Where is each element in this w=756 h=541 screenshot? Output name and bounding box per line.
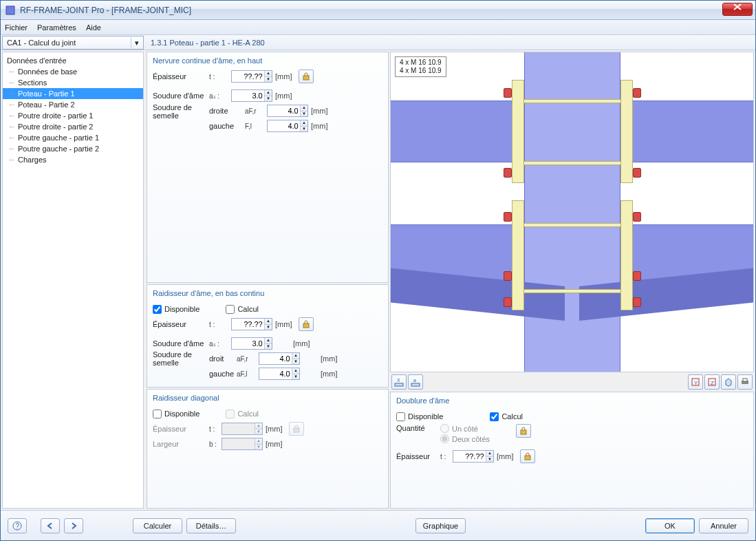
lock-button[interactable]	[299, 317, 314, 331]
help-icon: ?	[12, 521, 22, 531]
group-title: Doublure d'âme	[396, 396, 748, 405]
afl-spinner[interactable]: ▲▼	[267, 120, 308, 132]
lock-icon	[523, 452, 532, 460]
tree-item[interactable]: Données de base	[3, 66, 143, 77]
thickness-input[interactable]	[232, 71, 264, 82]
svg-rect-3	[303, 76, 309, 80]
preview-column: 4 x M 16 10.9 4 x M 16 10.9 X a Y Z	[390, 52, 754, 509]
menubar: Fichier Paramètres Aide	[1, 20, 755, 35]
close-button[interactable]	[722, 3, 753, 16]
unit-label: [mm]	[275, 92, 296, 100]
case-combo[interactable]: CA1 - Calcul du joint ▾	[2, 36, 144, 50]
titlebar: RF-FRAME-JOINT Pro - [FRAME-JOINT_MIC]	[1, 1, 755, 20]
thickness-label: Épaisseur	[153, 320, 206, 328]
top-row: CA1 - Calcul du joint ▾ 1.3.1 Poteau - p…	[1, 35, 755, 50]
cancel-button[interactable]: Annuler	[699, 518, 748, 533]
svg-text:a: a	[413, 378, 416, 383]
unit-label: [mm]	[275, 72, 296, 81]
afr-input[interactable]	[268, 105, 300, 116]
as-input[interactable]	[232, 90, 264, 101]
view-z-button[interactable]: Z	[704, 374, 720, 390]
group-bottom-stiffener: Raidisseur d'âme, en bas continu Disponi…	[147, 284, 389, 388]
spin-down-icon[interactable]: ▼	[265, 77, 272, 83]
group-top-stiffener: Nervure continue d'âme, en haut Épaisseu…	[147, 52, 389, 283]
header-path: 1.3.1 Poteau - partie 1 - HE-A 280	[145, 35, 755, 50]
help-button[interactable]: ?	[8, 518, 27, 533]
afr-spinner[interactable]: ▲▼	[259, 352, 300, 365]
tree-item[interactable]: Poteau - Partie 2	[3, 99, 143, 110]
print-button[interactable]	[737, 374, 753, 390]
svg-marker-14	[726, 379, 731, 386]
group-diagonal-stiffener: Raidisseur diagonal Disponible Calcul	[147, 389, 389, 509]
svg-rect-0	[6, 6, 14, 14]
lock-icon	[292, 425, 301, 433]
lock-button[interactable]	[520, 449, 535, 463]
thickness-spinner[interactable]: ▲▼	[453, 450, 494, 463]
one-side-radio: Un côté	[440, 424, 490, 433]
tree-item[interactable]: Charges	[3, 154, 143, 165]
app-icon	[5, 5, 16, 16]
tree-item-selected[interactable]: Poteau - Partie 1	[3, 88, 143, 99]
bolt-label-box: 4 x M 16 10.9 4 x M 16 10.9	[395, 56, 446, 77]
view-3d-button[interactable]	[721, 374, 736, 390]
model-preview[interactable]: 4 x M 16 10.9 4 x M 16 10.9	[390, 52, 754, 372]
dimension-a-button[interactable]: a	[408, 374, 423, 390]
weld-web-label: Soudure d'âme	[153, 92, 206, 100]
joint-drawing	[391, 52, 753, 372]
two-sides-radio: Deux côtés	[440, 434, 490, 443]
graphic-button[interactable]: Graphique	[415, 518, 466, 533]
lock-button[interactable]	[516, 424, 531, 438]
disponible-checkbox[interactable]: Disponible	[396, 412, 443, 421]
as-spinner[interactable]: ▲▼	[231, 337, 272, 350]
nav-tree: Données d'entrée Données de base Section…	[2, 52, 144, 509]
right-label: droite	[209, 107, 242, 115]
calculate-button[interactable]: Calculer	[133, 518, 182, 533]
afl-spinner[interactable]: ▲▼	[259, 368, 300, 380]
disponible-checkbox[interactable]: Disponible	[153, 305, 199, 314]
tree-item[interactable]: Poutre gauche - partie 2	[3, 143, 143, 154]
afl-input[interactable]	[268, 120, 300, 131]
prev-button[interactable]	[41, 518, 60, 533]
afr-spinner[interactable]: ▲▼	[267, 105, 308, 117]
calcul-checkbox[interactable]: Calcul	[490, 412, 523, 421]
calcul-checkbox[interactable]: Calcul	[226, 305, 259, 314]
menu-help[interactable]: Aide	[86, 23, 101, 32]
tree-item[interactable]: Poutre gauche - partie 1	[3, 132, 143, 143]
thickness-spinner[interactable]: ▲▼	[231, 70, 272, 83]
lock-icon	[302, 320, 310, 328]
tree-item[interactable]: Sections	[3, 77, 143, 88]
tree-item[interactable]: Poutre droite - partie 2	[3, 121, 143, 132]
svg-rect-18	[525, 456, 530, 460]
view-y-button[interactable]: Y	[688, 374, 703, 390]
thickness-spinner[interactable]: ▲▼	[231, 318, 272, 330]
lock-button[interactable]	[299, 70, 314, 83]
calcul-checkbox: Calcul	[226, 410, 259, 418]
thickness-spinner: ▲▼	[222, 423, 263, 435]
tree-root[interactable]: Données d'entrée	[3, 55, 143, 66]
width-spinner: ▲▼	[222, 438, 263, 450]
svg-rect-4	[303, 323, 309, 328]
left-label: gauche	[209, 122, 242, 130]
disponible-checkbox[interactable]: Disponible	[153, 410, 199, 418]
details-button[interactable]: Détails…	[186, 518, 236, 533]
arrow-right-icon	[69, 521, 78, 531]
svg-text:?: ?	[16, 522, 20, 530]
svg-text:X: X	[397, 378, 400, 383]
form-column: Nervure continue d'âme, en haut Épaisseu…	[147, 52, 389, 509]
afr-symbol: aF,r	[245, 107, 264, 115]
ruler-icon: X	[394, 377, 404, 387]
next-button[interactable]	[64, 518, 83, 533]
ok-button[interactable]: OK	[645, 518, 695, 533]
afl-symbol: F,l	[245, 123, 264, 130]
menu-file[interactable]: Fichier	[5, 23, 28, 32]
dimension-x-button[interactable]: X	[391, 374, 407, 390]
menu-params[interactable]: Paramètres	[37, 23, 76, 32]
group-web-doubler: Doublure d'âme Disponible Calcul	[390, 392, 754, 509]
spin-up-icon[interactable]: ▲	[265, 71, 272, 77]
quantity-label: Quantité	[396, 424, 438, 432]
arrow-left-icon	[45, 521, 55, 531]
ruler-icon: a	[411, 377, 420, 387]
lock-icon	[519, 427, 528, 435]
as-spinner[interactable]: ▲▼	[231, 89, 272, 102]
tree-item[interactable]: Poutre droite - partie 1	[3, 110, 143, 121]
